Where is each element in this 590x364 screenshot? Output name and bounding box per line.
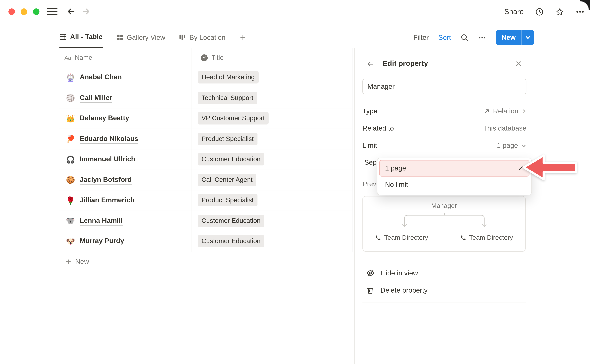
panel-section-divider bbox=[362, 263, 526, 263]
page-link[interactable]: Immanuel Ullrich bbox=[80, 155, 135, 164]
page-link[interactable]: Delaney Beatty bbox=[80, 114, 129, 123]
annotation-arrow-icon bbox=[522, 152, 578, 182]
page-emoji: 🎧 bbox=[66, 155, 75, 164]
panel-title: Edit property bbox=[383, 59, 428, 68]
dropdown-option-no-limit[interactable]: No limit bbox=[379, 177, 530, 193]
page-link[interactable]: Murray Purdy bbox=[80, 237, 124, 246]
preview-root-label: Manager bbox=[363, 202, 525, 210]
tab-gallery-view[interactable]: Gallery View bbox=[116, 27, 165, 48]
close-window-button[interactable] bbox=[8, 8, 15, 15]
title-tag[interactable]: Product Specialist bbox=[198, 194, 257, 207]
option-label: No limit bbox=[385, 181, 408, 189]
view-more-icon[interactable] bbox=[478, 33, 486, 41]
dropdown-option-1-page[interactable]: 1 page ✓ bbox=[379, 160, 530, 176]
eye-off-icon bbox=[366, 269, 375, 277]
table-row[interactable]: 🎧Immanuel Ullrich Customer Education bbox=[59, 149, 353, 170]
forward-arrow-icon[interactable] bbox=[81, 6, 91, 16]
title-tag[interactable]: Technical Support bbox=[198, 92, 257, 104]
table-row[interactable]: 🐨Lenna Hamill Customer Education bbox=[59, 211, 353, 231]
table-row[interactable]: 🐶Murray Purdy Customer Education bbox=[59, 231, 353, 252]
page-emoji: 🐨 bbox=[66, 216, 75, 225]
new-row-button[interactable]: + New bbox=[59, 252, 353, 272]
phone-icon bbox=[460, 235, 466, 241]
delete-property-button[interactable]: Delete property bbox=[362, 282, 526, 299]
new-record-button[interactable]: New bbox=[496, 30, 534, 45]
table-row[interactable]: 🍪Jaclyn Botsford Call Center Agent bbox=[59, 170, 353, 190]
back-arrow-icon[interactable] bbox=[66, 6, 76, 16]
page-emoji: 👑 bbox=[66, 114, 75, 123]
sort-button[interactable]: Sort bbox=[438, 33, 451, 41]
close-icon[interactable] bbox=[515, 60, 522, 67]
zoom-window-button[interactable] bbox=[33, 8, 39, 15]
page-link[interactable]: Lenna Hamill bbox=[80, 216, 123, 226]
tab-label: All - Table bbox=[70, 33, 103, 41]
text-property-icon: Aa bbox=[64, 54, 71, 61]
page-link[interactable]: Jaclyn Botsford bbox=[80, 175, 132, 185]
sidebar-menu-icon[interactable] bbox=[47, 8, 58, 15]
new-row-label: New bbox=[75, 258, 89, 266]
search-icon[interactable] bbox=[460, 33, 468, 41]
history-clock-icon[interactable] bbox=[535, 7, 544, 16]
column-header-name[interactable]: Aa Name bbox=[59, 54, 191, 61]
action-label: Delete property bbox=[380, 286, 428, 294]
title-tag[interactable]: Customer Education bbox=[198, 153, 264, 166]
field-value: 1 page bbox=[497, 142, 518, 150]
preview-connector-lines bbox=[363, 213, 526, 235]
page-emoji: 🎡 bbox=[66, 73, 75, 82]
add-view-icon[interactable]: + bbox=[240, 27, 246, 48]
page-link[interactable]: Jillian Emmerich bbox=[80, 196, 135, 205]
new-dropdown-chevron-icon[interactable] bbox=[522, 34, 534, 40]
limit-dropdown-menu: 1 page ✓ No limit bbox=[377, 158, 532, 195]
page-emoji: 🐶 bbox=[66, 237, 75, 246]
title-tag[interactable]: VP Customer Support bbox=[198, 112, 269, 124]
table-row[interactable]: 🏓Eduardo Nikolaus Product Specialist bbox=[59, 129, 353, 149]
column-label: Name bbox=[75, 54, 92, 61]
field-label: Type bbox=[362, 107, 377, 115]
page-link[interactable]: Cali Miller bbox=[80, 93, 112, 103]
column-label: Title bbox=[211, 54, 223, 61]
preview-item-label: Team Directory bbox=[384, 234, 428, 242]
field-related-to[interactable]: Related to This database bbox=[362, 120, 526, 137]
select-property-icon bbox=[201, 54, 208, 61]
preview-item-label: Team Directory bbox=[469, 234, 513, 242]
tab-by-location[interactable]: By Location bbox=[179, 27, 225, 48]
field-label: Related to bbox=[362, 124, 394, 132]
field-type[interactable]: Type Relation bbox=[362, 103, 526, 120]
title-tag[interactable]: Customer Education bbox=[198, 235, 264, 247]
column-divider[interactable] bbox=[192, 48, 192, 252]
title-tag[interactable]: Head of Marketing bbox=[198, 71, 259, 84]
tab-all-table[interactable]: All - Table bbox=[59, 27, 103, 48]
page-emoji: 🏓 bbox=[66, 135, 75, 143]
table-row[interactable]: 👑Delaney Beatty VP Customer Support bbox=[59, 108, 353, 129]
database-table: Aa Name Title 🎡Anabel Chan Head of Marke… bbox=[59, 48, 353, 272]
chevron-down-icon bbox=[521, 143, 526, 148]
gallery-view-icon bbox=[116, 34, 123, 41]
column-header-title[interactable]: Title bbox=[192, 54, 353, 61]
table-row[interactable]: 🏐Cali Miller Technical Support bbox=[59, 88, 353, 108]
panel-back-icon[interactable] bbox=[366, 60, 374, 68]
hide-in-view-button[interactable]: Hide in view bbox=[362, 265, 526, 281]
preview-item: Team Directory bbox=[460, 234, 513, 242]
page-link[interactable]: Eduardo Nikolaus bbox=[80, 134, 138, 144]
page-emoji: 🍪 bbox=[66, 176, 75, 184]
title-tag[interactable]: Customer Education bbox=[198, 215, 264, 227]
trash-icon bbox=[366, 286, 374, 294]
field-value: Relation bbox=[493, 107, 518, 115]
title-tag[interactable]: Call Center Agent bbox=[198, 174, 256, 186]
table-row[interactable]: 🌹Jillian Emmerich Product Specialist bbox=[59, 190, 353, 211]
field-limit[interactable]: Limit 1 page bbox=[362, 137, 526, 154]
new-button-label: New bbox=[496, 33, 521, 41]
title-tag[interactable]: Product Specialist bbox=[198, 133, 257, 145]
relation-arrow-icon bbox=[484, 108, 490, 114]
filter-button[interactable]: Filter bbox=[413, 33, 429, 41]
panel-section-divider bbox=[362, 303, 526, 303]
minimize-window-button[interactable] bbox=[21, 8, 27, 15]
table-row[interactable]: 🎡Anabel Chan Head of Marketing bbox=[59, 67, 353, 88]
separate-field-label-partial: Sep bbox=[364, 158, 377, 167]
share-button[interactable]: Share bbox=[504, 8, 524, 16]
property-name-input[interactable] bbox=[362, 79, 526, 94]
favorite-star-icon[interactable] bbox=[555, 7, 564, 16]
action-label: Hide in view bbox=[381, 269, 418, 277]
phone-icon bbox=[375, 235, 381, 241]
page-link[interactable]: Anabel Chan bbox=[80, 73, 122, 82]
